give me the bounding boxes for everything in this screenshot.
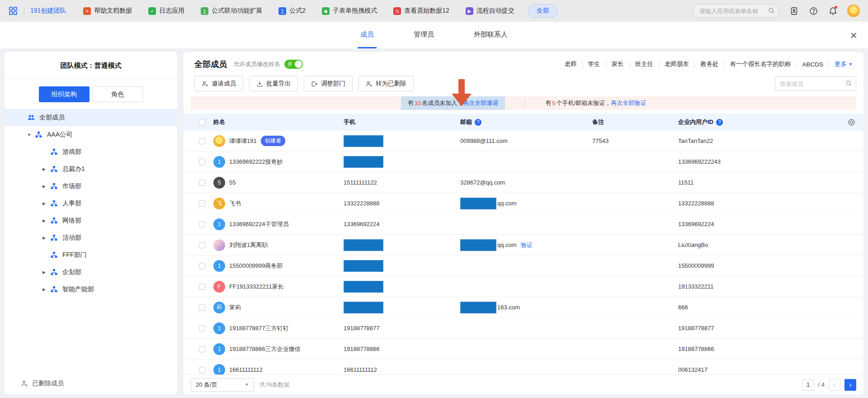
close-icon[interactable]: × bbox=[850, 29, 857, 41]
sidebar-tree-item[interactable]: ▶总裁办1 bbox=[5, 161, 177, 178]
notification-bell-icon[interactable] bbox=[828, 6, 838, 16]
role-tag[interactable]: 老师朋友 bbox=[659, 60, 694, 68]
user-id-cell: 13322228888 bbox=[675, 200, 842, 207]
expand-icon[interactable]: ▶ bbox=[42, 287, 50, 292]
export-member-button[interactable]: 批量导出 bbox=[249, 76, 298, 91]
redacted-email bbox=[460, 198, 496, 209]
role-tag[interactable]: 家长 bbox=[606, 60, 629, 68]
team-name[interactable]: 191创建团队 bbox=[30, 7, 66, 15]
email-cell: 328672@qq.com bbox=[457, 179, 589, 186]
sidebar-tree-item[interactable]: ▶企划部 bbox=[5, 264, 177, 281]
expand-icon[interactable]: ▶ bbox=[42, 270, 50, 275]
row-checkbox[interactable] bbox=[199, 200, 205, 207]
note-cell: 77543 bbox=[589, 137, 675, 144]
sidebar-tree-item[interactable]: ▶智能产能部 bbox=[5, 281, 177, 298]
app-grid-icon[interactable] bbox=[8, 6, 18, 16]
phone-value: 16611111112 bbox=[344, 366, 377, 373]
redacted-phone bbox=[344, 156, 383, 168]
member-name: 13369692222摸奇妙 bbox=[229, 158, 283, 166]
nav-app-tab[interactable]: ◷查看原始数据12 bbox=[393, 7, 449, 15]
row-checkbox[interactable] bbox=[199, 263, 205, 269]
chevron-down-icon: ▼ bbox=[849, 62, 853, 66]
row-checkbox[interactable] bbox=[199, 304, 205, 311]
section-tabbar: 成员 管理员 外部联系人 × bbox=[0, 22, 868, 48]
expand-icon[interactable]: ▶ bbox=[42, 236, 50, 240]
more-tags-button[interactable]: 更多▼ bbox=[829, 60, 853, 68]
column-settings-icon[interactable] bbox=[842, 118, 863, 126]
sidebar-tree-item[interactable]: ▶网络部 bbox=[5, 212, 177, 229]
app-icon: ∑ bbox=[201, 7, 208, 15]
email-help-icon[interactable]: ? bbox=[475, 119, 481, 126]
column-email: 邮箱 ? bbox=[457, 118, 589, 126]
sidebar-tree-item[interactable]: ▶人事部 bbox=[5, 195, 177, 212]
contacts-book-icon[interactable] bbox=[789, 6, 799, 16]
redacted-phone bbox=[344, 135, 383, 147]
expand-icon[interactable]: ▶ bbox=[42, 218, 50, 223]
tab-members[interactable]: 成员 bbox=[358, 22, 377, 48]
nav-app-tab[interactable]: ≡帮助文档数据 bbox=[83, 7, 132, 15]
tab-external-contacts[interactable]: 外部联系人 bbox=[471, 22, 510, 48]
verify-link[interactable]: 验证 bbox=[521, 241, 533, 249]
role-tag[interactable]: 有一个很长名字的职称 bbox=[724, 60, 797, 68]
member-name-cell: 飞飞书 bbox=[210, 198, 340, 209]
row-checkbox[interactable] bbox=[199, 159, 205, 165]
nav-app-tab[interactable]: ∑公式2 bbox=[278, 7, 306, 15]
row-checkbox[interactable] bbox=[199, 284, 205, 290]
roles-button[interactable]: 角色 bbox=[92, 86, 143, 102]
tab-admins[interactable]: 管理员 bbox=[411, 22, 437, 48]
role-tag[interactable]: 学生 bbox=[582, 60, 606, 68]
row-checkbox[interactable] bbox=[199, 242, 205, 248]
delete-member-button[interactable]: 转为已删除 bbox=[359, 76, 414, 91]
expand-icon[interactable]: ▶ bbox=[42, 167, 50, 171]
member-name: 19188778866三方企业微信 bbox=[229, 345, 301, 353]
org-structure-button[interactable]: 组织架构 bbox=[39, 86, 90, 102]
role-tag[interactable]: 班主任 bbox=[629, 60, 659, 68]
sidebar-tree-item[interactable]: FFF部门 bbox=[5, 246, 177, 264]
row-checkbox[interactable] bbox=[199, 138, 205, 144]
member-name-cell: 115500009999商务部 bbox=[210, 260, 340, 272]
role-tag[interactable]: ABCDS bbox=[797, 61, 829, 68]
all-apps-pill[interactable]: 全部 bbox=[528, 4, 558, 18]
sidebar-tree-item[interactable]: ▶市场部 bbox=[5, 178, 177, 195]
sidebar-tree-item[interactable]: 游戏部 bbox=[5, 143, 177, 161]
prev-page-button[interactable]: ‹ bbox=[829, 379, 840, 391]
sidebar-tree-item[interactable]: ▶活动部 bbox=[5, 229, 177, 246]
member-name-cell: 116611111112 bbox=[210, 364, 340, 375]
expand-icon[interactable]: ▶ bbox=[42, 201, 50, 206]
sidebar-tree-item[interactable]: 全部成员 bbox=[5, 109, 177, 126]
table-row: 119188778866三方企业微信1918877886619188778866 bbox=[184, 339, 863, 360]
row-checkbox[interactable] bbox=[199, 221, 205, 227]
role-tag[interactable]: 老师 bbox=[559, 60, 582, 68]
row-checkbox[interactable] bbox=[199, 180, 205, 186]
user-avatar[interactable] bbox=[847, 5, 860, 17]
expand-icon[interactable]: ▶ bbox=[42, 184, 50, 189]
sidebar-tree-item[interactable]: ▼AAA公司 bbox=[5, 126, 177, 143]
nav-app-tab[interactable]: ◆子表单拖拽模式 bbox=[322, 7, 377, 15]
page-size-select[interactable]: 20 条/页 ▼ bbox=[191, 378, 254, 392]
current-page-input[interactable]: 1 bbox=[802, 379, 814, 391]
search-icon bbox=[768, 7, 775, 14]
tree-item-label: FFF部门 bbox=[62, 251, 87, 259]
adjust-member-button[interactable]: 调整部门 bbox=[304, 76, 353, 91]
row-checkbox[interactable] bbox=[199, 325, 205, 332]
next-page-button[interactable]: › bbox=[844, 379, 856, 391]
deleted-members-link[interactable]: 已删除成员 bbox=[21, 379, 64, 388]
row-checkbox[interactable] bbox=[199, 346, 205, 352]
reverify-all-link[interactable]: 再次全部验证 bbox=[611, 99, 646, 107]
row-checkbox[interactable] bbox=[199, 367, 205, 373]
invite-member-button[interactable]: 邀请成员 bbox=[194, 76, 243, 91]
nav-app-tab[interactable]: ∑公式联动功能扩展 bbox=[201, 7, 262, 15]
global-search-input[interactable] bbox=[693, 4, 779, 18]
member-name: 16611111112 bbox=[229, 366, 263, 373]
member-search-input[interactable] bbox=[775, 76, 856, 91]
nav-app-tab[interactable]: ▶流程自动提交 bbox=[466, 7, 514, 15]
user-id-cell: 006132417 bbox=[675, 366, 842, 373]
help-icon[interactable] bbox=[808, 6, 818, 16]
expand-icon[interactable]: ▼ bbox=[27, 133, 35, 137]
allow-rename-toggle[interactable]: 开 bbox=[284, 60, 303, 69]
user-id-help-icon[interactable]: ? bbox=[716, 119, 723, 126]
nav-app-tab[interactable]: ✓日志应用 bbox=[148, 7, 184, 15]
select-all-checkbox[interactable] bbox=[199, 119, 205, 125]
role-tag[interactable]: 教务处 bbox=[694, 60, 724, 68]
user-id-cell: 1336969222243 bbox=[675, 158, 842, 165]
